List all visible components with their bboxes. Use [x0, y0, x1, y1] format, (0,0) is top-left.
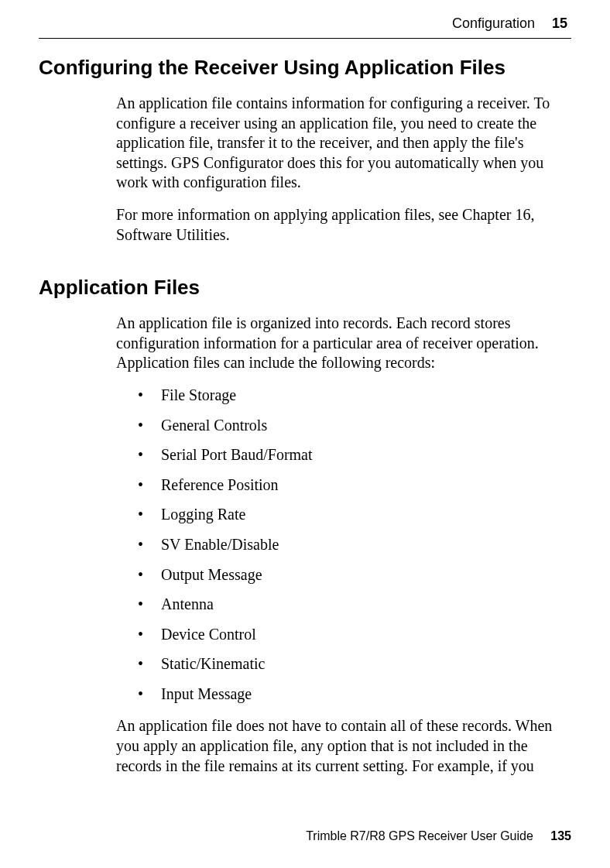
- page-footer: Trimble R7/R8 GPS Receiver User Guide 13…: [306, 829, 571, 843]
- header-divider: [39, 38, 571, 39]
- heading-configuring-receiver: Configuring the Receiver Using Applicati…: [39, 56, 571, 80]
- list-item: File Storage: [138, 386, 571, 406]
- list-item: Antenna: [138, 595, 571, 615]
- header-section-name: Configuration: [452, 15, 535, 32]
- list-item: Reference Position: [138, 475, 571, 496]
- paragraph-intro: An application file contains information…: [116, 94, 571, 193]
- records-list: File Storage General Controls Serial Por…: [138, 386, 571, 705]
- heading-application-files: Application Files: [39, 276, 571, 300]
- list-item: Serial Port Baud/Format: [138, 445, 571, 465]
- list-item: Input Message: [138, 684, 571, 705]
- list-item: Output Message: [138, 565, 571, 585]
- header-chapter-number: 15: [552, 15, 567, 32]
- list-item: Static/Kinematic: [138, 654, 571, 674]
- page-header: Configuration 15: [39, 15, 571, 32]
- list-item: SV Enable/Disable: [138, 535, 571, 555]
- list-item: Device Control: [138, 625, 571, 645]
- list-item: Logging Rate: [138, 505, 571, 525]
- list-item: General Controls: [138, 416, 571, 436]
- footer-page-number: 135: [550, 829, 571, 842]
- footer-title: Trimble R7/R8 GPS Receiver User Guide: [306, 829, 533, 842]
- paragraph-records-note: An application file does not have to con…: [116, 716, 571, 776]
- paragraph-records-intro: An application file is organized into re…: [116, 314, 571, 373]
- paragraph-more-info: For more information on applying applica…: [116, 205, 571, 245]
